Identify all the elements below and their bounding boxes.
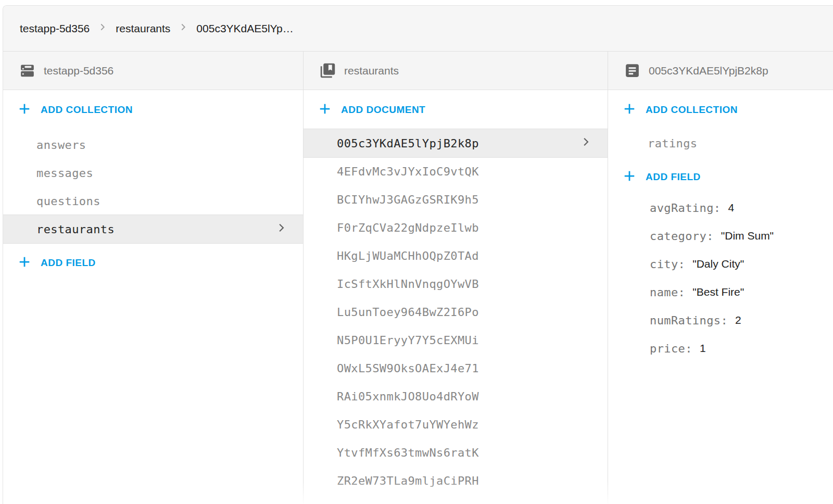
add-field-label: ADD FIELD — [41, 257, 96, 269]
panel-title: testapp-5d356 — [44, 65, 113, 77]
field-value: "Dim Sum" — [721, 230, 774, 242]
add-collection-label: ADD COLLECTION — [646, 104, 738, 116]
row-label: Lu5unToey964BwZ2I6Po — [337, 306, 479, 319]
collection-row[interactable]: questions — [3, 187, 303, 215]
add-field-label: ADD FIELD — [646, 171, 701, 183]
plus-icon — [317, 101, 333, 119]
add-collection-button[interactable]: ADD COLLECTION — [608, 93, 833, 127]
collection-row[interactable]: restaurants — [3, 215, 303, 243]
field-value: 4 — [728, 201, 734, 214]
subcollection-list: ratings — [608, 129, 833, 157]
breadcrumb-item[interactable]: restaurants — [116, 22, 170, 35]
breadcrumb-item[interactable]: testapp-5d356 — [20, 22, 90, 35]
add-collection-label: ADD COLLECTION — [41, 104, 133, 116]
row-label: RAi05xnmkJO8Uo4dRYoW — [337, 390, 479, 403]
field-value: "Best Fire" — [692, 286, 744, 298]
collection-list: answersmessagesquestionsrestaurants — [3, 131, 303, 243]
row-label: answers — [36, 138, 86, 152]
database-icon — [19, 62, 36, 79]
field-key: category — [650, 230, 714, 243]
panel-columns: testapp-5d356 ADD COLLECTION answersmess… — [3, 52, 833, 504]
plus-icon — [622, 168, 637, 186]
field-list: avgRating4category"Dim Sum"city"Daly Cit… — [608, 194, 833, 362]
document-row[interactable]: BCIYhwJ3GAGzGSRIK9h5 — [304, 185, 608, 213]
row-label: YtvfMfXs63tmwNs6ratK — [337, 446, 479, 459]
breadcrumb: testapp-5d356restaurants005c3YKdAE5lYp… — [3, 6, 833, 52]
field-row[interactable]: name"Best Fire" — [608, 278, 833, 306]
row-label: IcSftXkHlNnVnqgOYwVB — [337, 278, 479, 291]
field-row[interactable]: avgRating4 — [608, 194, 833, 222]
document-row[interactable]: YtvfMfXs63tmwNs6ratK — [304, 438, 608, 467]
document-row[interactable]: F0rZqCVa22gNdpzeIlwb — [304, 213, 608, 242]
row-label: restaurants — [36, 223, 115, 236]
row-label: 005c3YKdAE5lYpjB2k8p — [337, 137, 479, 150]
document-row[interactable]: OWxL5SW9OksOAExJ4e71 — [304, 354, 608, 382]
plus-icon — [17, 254, 32, 272]
database-panel-header: testapp-5d356 — [3, 52, 303, 90]
row-label: F0rZqCVa22gNdpzeIlwb — [337, 221, 479, 234]
panel-title: 005c3YKdAE5lYpjB2k8p — [649, 65, 768, 77]
add-document-button[interactable]: ADD DOCUMENT — [304, 93, 608, 127]
field-value: "Daly City" — [692, 258, 744, 270]
collection-panel-header: restaurants — [304, 52, 608, 90]
panel-title: restaurants — [344, 65, 399, 77]
document-panel-body: ADD COLLECTION ratings ADD FIELD avgRati… — [608, 90, 833, 504]
collection-row[interactable]: messages — [3, 159, 303, 187]
row-label: 4EFdvMc3vJYxIoC9vtQK — [337, 165, 479, 178]
collection-panel: restaurants ADD DOCUMENT 005c3YKdAE5lYpj… — [304, 52, 608, 504]
field-key: name — [650, 286, 685, 299]
field-key: city — [650, 258, 685, 271]
row-label: messages — [36, 167, 93, 180]
collection-bookmark-icon — [319, 62, 336, 79]
field-row[interactable]: numRatings2 — [608, 306, 833, 334]
document-row[interactable]: ZR2eW73TLa9mljaCiPRH — [304, 467, 608, 495]
field-key: avgRating — [650, 201, 721, 215]
document-list: 005c3YKdAE5lYpjB2k8p4EFdvMc3vJYxIoC9vtQK… — [304, 129, 608, 495]
add-field-button[interactable]: ADD FIELD — [3, 246, 303, 280]
chevron-right-icon — [579, 135, 593, 152]
document-row[interactable]: N5P0U1EryyY7Y5cEXMUi — [304, 326, 608, 354]
breadcrumb-item[interactable]: 005c3YKdAE5lYp… — [196, 22, 293, 35]
collection-panel-body: ADD DOCUMENT 005c3YKdAE5lYpjB2k8p4EFdvMc… — [304, 90, 608, 504]
database-panel: testapp-5d356 ADD COLLECTION answersmess… — [3, 52, 304, 504]
document-row[interactable]: HKgLjWUaMCHhOQpZ0TAd — [304, 242, 608, 270]
document-row[interactable]: 4EFdvMc3vJYxIoC9vtQK — [304, 157, 608, 185]
field-key: numRatings — [650, 314, 728, 327]
document-panel: 005c3YKdAE5lYpjB2k8p ADD COLLECTION rati… — [608, 52, 833, 504]
row-label: HKgLjWUaMCHhOQpZ0TAd — [337, 249, 479, 262]
subcollection-row[interactable]: ratings — [608, 129, 833, 157]
firestore-data-viewer: testapp-5d356restaurants005c3YKdAE5lYp… … — [3, 5, 833, 504]
row-label: N5P0U1EryyY7Y5cEXMUi — [337, 334, 479, 347]
plus-icon — [622, 101, 637, 119]
row-label: OWxL5SW9OksOAExJ4e71 — [337, 362, 479, 375]
field-value: 2 — [735, 314, 741, 326]
row-label: ratings — [648, 137, 698, 150]
row-label: Y5cRkXYafot7uYWYehWz — [337, 418, 479, 431]
add-collection-button[interactable]: ADD COLLECTION — [3, 93, 303, 127]
row-label: ZR2eW73TLa9mljaCiPRH — [337, 474, 479, 487]
document-row[interactable]: IcSftXkHlNnVnqgOYwVB — [304, 270, 608, 298]
row-label: BCIYhwJ3GAGzGSRIK9h5 — [337, 193, 479, 206]
document-row[interactable]: RAi05xnmkJO8Uo4dRYoW — [304, 382, 608, 410]
field-key: price — [650, 342, 692, 355]
document-row[interactable]: 005c3YKdAE5lYpjB2k8p — [304, 129, 608, 157]
field-value: 1 — [700, 342, 706, 355]
collection-row[interactable]: answers — [3, 131, 303, 159]
plus-icon — [17, 101, 32, 119]
field-row[interactable]: price1 — [608, 334, 833, 362]
document-row[interactable]: Y5cRkXYafot7uYWYehWz — [304, 410, 608, 438]
chevron-right-icon — [274, 221, 288, 237]
document-icon — [624, 62, 641, 79]
add-field-button[interactable]: ADD FIELD — [608, 160, 833, 194]
chevron-right-icon — [178, 21, 189, 35]
add-document-label: ADD DOCUMENT — [341, 104, 425, 116]
field-row[interactable]: city"Daly City" — [608, 250, 833, 278]
document-panel-header: 005c3YKdAE5lYpjB2k8p — [608, 52, 833, 90]
document-row[interactable]: Lu5unToey964BwZ2I6Po — [304, 298, 608, 326]
chevron-right-icon — [97, 21, 108, 35]
database-panel-body: ADD COLLECTION answersmessagesquestionsr… — [3, 90, 303, 504]
field-row[interactable]: category"Dim Sum" — [608, 222, 833, 250]
row-label: questions — [36, 195, 100, 208]
